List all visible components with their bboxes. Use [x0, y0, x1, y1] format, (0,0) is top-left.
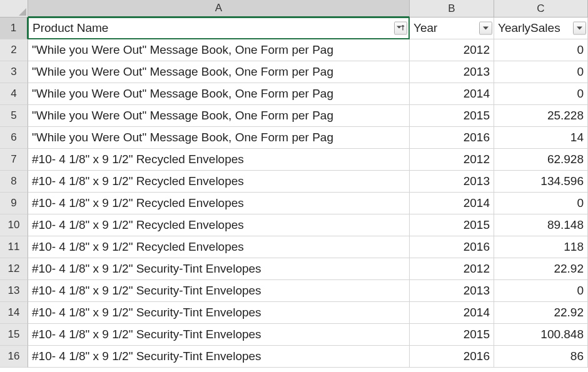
row-header[interactable]: 4: [0, 83, 28, 105]
row-header[interactable]: 8: [0, 171, 28, 193]
row-number-label: 13: [8, 284, 20, 297]
cell[interactable]: #10- 4 1/8" x 9 1/2" Recycled Envelopes: [28, 193, 410, 214]
row-header[interactable]: 10: [0, 214, 28, 236]
cell-value: 89.148: [547, 218, 584, 232]
row-number-label: 3: [11, 66, 16, 78]
column-header-label: C: [537, 3, 544, 15]
select-all-triangle-icon: [19, 8, 26, 16]
cell-value: 2016: [464, 240, 490, 254]
filter-dropdown-icon: [482, 25, 489, 32]
cell[interactable]: #10- 4 1/8" x 9 1/2" Security-Tint Envel…: [28, 258, 410, 280]
cell[interactable]: 2012: [410, 149, 494, 171]
cell[interactable]: #10- 4 1/8" x 9 1/2" Recycled Envelopes: [28, 149, 410, 171]
cell-value: #10- 4 1/8" x 9 1/2" Security-Tint Envel…: [32, 306, 261, 319]
column-header-label: B: [448, 3, 455, 15]
column-header-a[interactable]: A: [28, 0, 410, 18]
select-all-corner[interactable]: [0, 0, 28, 18]
cell[interactable]: 25.228: [494, 105, 588, 127]
row-header[interactable]: 16: [0, 346, 28, 368]
cell[interactable]: #10- 4 1/8" x 9 1/2" Security-Tint Envel…: [28, 280, 410, 302]
row-header[interactable]: 3: [0, 61, 28, 83]
row-header-1[interactable]: 1: [0, 18, 28, 39]
row-header[interactable]: 2: [0, 39, 28, 61]
cell-value: 2016: [464, 131, 490, 144]
cell-value: 2016: [464, 349, 490, 363]
cell[interactable]: 2016: [410, 346, 494, 368]
cell[interactable]: #10- 4 1/8" x 9 1/2" Security-Tint Envel…: [28, 302, 410, 324]
row-header[interactable]: 15: [0, 324, 28, 346]
cell[interactable]: 2013: [410, 171, 494, 193]
cell[interactable]: 86: [494, 346, 588, 368]
cell[interactable]: 118: [494, 236, 588, 258]
cell[interactable]: 2015: [410, 214, 494, 236]
row-header[interactable]: 7: [0, 149, 28, 171]
row-header[interactable]: 14: [0, 302, 28, 324]
cell-b1[interactable]: Year: [410, 18, 494, 39]
row-number-label: 15: [8, 328, 20, 341]
row-header[interactable]: 12: [0, 258, 28, 280]
cell[interactable]: #10- 4 1/8" x 9 1/2" Recycled Envelopes: [28, 214, 410, 236]
row-header[interactable]: 6: [0, 127, 28, 149]
row-header[interactable]: 5: [0, 105, 28, 127]
filter-button-product-name[interactable]: [394, 22, 407, 35]
row-header[interactable]: 9: [0, 193, 28, 214]
cell-value: "While you Were Out" Message Book, One F…: [32, 131, 333, 144]
cell[interactable]: #10- 4 1/8" x 9 1/2" Security-Tint Envel…: [28, 346, 410, 368]
column-header-b[interactable]: B: [410, 0, 494, 18]
cell[interactable]: 2015: [410, 324, 494, 346]
cell-value: 2015: [464, 109, 490, 123]
cell[interactable]: 22.92: [494, 302, 588, 324]
cell[interactable]: 62.928: [494, 149, 588, 171]
cell-c1[interactable]: YearlySales: [494, 18, 588, 39]
cell-value: 2012: [464, 43, 490, 57]
cell[interactable]: 89.148: [494, 214, 588, 236]
cell[interactable]: "While you Were Out" Message Book, One F…: [28, 83, 410, 105]
cell[interactable]: 0: [494, 280, 588, 302]
cell[interactable]: "While you Were Out" Message Book, One F…: [28, 127, 410, 149]
cell[interactable]: #10- 4 1/8" x 9 1/2" Security-Tint Envel…: [28, 324, 410, 346]
cell[interactable]: 134.596: [494, 171, 588, 193]
cell[interactable]: 0: [494, 61, 588, 83]
cell-value: #10- 4 1/8" x 9 1/2" Recycled Envelopes: [32, 153, 244, 166]
cell[interactable]: 2013: [410, 61, 494, 83]
cell-a1[interactable]: Product Name: [28, 17, 410, 39]
cell-value: 0: [577, 43, 584, 57]
cell[interactable]: 2014: [410, 302, 494, 324]
cell[interactable]: 2012: [410, 258, 494, 280]
cell[interactable]: #10- 4 1/8" x 9 1/2" Recycled Envelopes: [28, 236, 410, 258]
cell-value: "While you Were Out" Message Book, One F…: [32, 87, 333, 101]
cell[interactable]: 2016: [410, 127, 494, 149]
cell-value: 2013: [464, 174, 490, 188]
cell[interactable]: 100.848: [494, 324, 588, 346]
sort-asc-filter-icon: [396, 24, 405, 33]
cell[interactable]: #10- 4 1/8" x 9 1/2" Recycled Envelopes: [28, 171, 410, 193]
cell[interactable]: 0: [494, 83, 588, 105]
cell[interactable]: "While you Were Out" Message Book, One F…: [28, 39, 410, 61]
row-number-label: 14: [8, 306, 20, 319]
cell[interactable]: 2014: [410, 83, 494, 105]
row-number-label: 4: [11, 88, 16, 100]
row-number-label: 1: [11, 22, 16, 34]
row-header[interactable]: 13: [0, 280, 28, 302]
cell[interactable]: 14: [494, 127, 588, 149]
column-header-c[interactable]: C: [494, 0, 588, 18]
cell[interactable]: 2012: [410, 39, 494, 61]
cell-value: 2015: [464, 218, 490, 232]
cell-value: "While you Were Out" Message Book, One F…: [32, 65, 333, 79]
row-number-label: 16: [8, 350, 20, 363]
filter-button-year[interactable]: [479, 22, 492, 35]
cell[interactable]: 2013: [410, 280, 494, 302]
cell[interactable]: "While you Were Out" Message Book, One F…: [28, 61, 410, 83]
cell[interactable]: 2016: [410, 236, 494, 258]
cell-value: #10- 4 1/8" x 9 1/2" Recycled Envelopes: [32, 174, 244, 188]
cell-value: 0: [577, 65, 584, 79]
cell[interactable]: 2015: [410, 105, 494, 127]
row-header[interactable]: 11: [0, 236, 28, 258]
cell[interactable]: 2014: [410, 193, 494, 214]
cell[interactable]: 0: [494, 39, 588, 61]
cell[interactable]: "While you Were Out" Message Book, One F…: [28, 105, 410, 127]
filter-button-yearly-sales[interactable]: [573, 22, 586, 35]
cell[interactable]: 0: [494, 193, 588, 214]
cell-value: 62.928: [547, 153, 584, 166]
cell[interactable]: 22.92: [494, 258, 588, 280]
